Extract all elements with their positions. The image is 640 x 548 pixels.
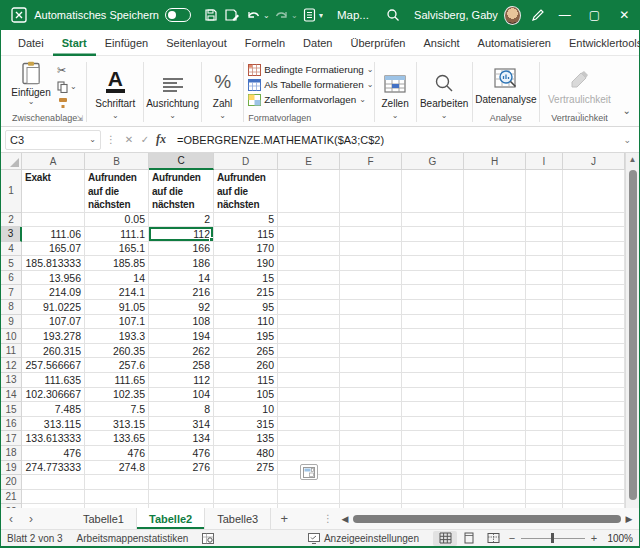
- cell-A2[interactable]: [22, 213, 85, 228]
- cell-E18[interactable]: [278, 446, 340, 461]
- cell-I19[interactable]: [526, 461, 563, 476]
- formula-bar-handle[interactable]: ⋮: [106, 134, 116, 145]
- zoom-slider[interactable]: [521, 538, 585, 539]
- cell-J19[interactable]: [563, 461, 625, 476]
- row-header-22[interactable]: 22: [1, 504, 22, 508]
- cell-J3[interactable]: [563, 227, 625, 242]
- cell-F5[interactable]: [340, 256, 402, 271]
- cell-G13[interactable]: [402, 373, 464, 388]
- cell-H12[interactable]: [464, 358, 526, 373]
- cell-J13[interactable]: [563, 373, 625, 388]
- cell-B2[interactable]: 0.05: [85, 213, 149, 228]
- display-settings-button[interactable]: Anzeigeeinstellungen: [308, 533, 419, 544]
- cell-F16[interactable]: [340, 417, 402, 432]
- cell-E12[interactable]: [278, 358, 340, 373]
- cell-F6[interactable]: [340, 271, 402, 286]
- cell-C7[interactable]: 216: [149, 285, 214, 300]
- cell-J21[interactable]: [563, 490, 625, 505]
- data-analysis-button[interactable]: [493, 62, 519, 92]
- name-box-chevron-icon[interactable]: ⌄: [89, 136, 96, 144]
- avatar[interactable]: [504, 6, 521, 25]
- tab-entwicklertools[interactable]: Entwicklertools: [560, 30, 640, 56]
- cell-A4[interactable]: 165.07: [22, 242, 85, 257]
- cell-D11[interactable]: 265: [214, 344, 278, 359]
- cell-A20[interactable]: [22, 475, 85, 490]
- cell-A1[interactable]: Exakt: [22, 170, 85, 213]
- cell-D21[interactable]: [214, 490, 278, 505]
- cell-F9[interactable]: [340, 315, 402, 330]
- enter-button[interactable]: ✓: [137, 134, 153, 145]
- save-as-icon[interactable]: [223, 6, 242, 24]
- excel-app-icon[interactable]: [9, 6, 28, 24]
- cell-H18[interactable]: [464, 446, 526, 461]
- cell-F17[interactable]: [340, 431, 402, 446]
- cell-F3[interactable]: [340, 227, 402, 242]
- cell-F7[interactable]: [340, 285, 402, 300]
- cell-E4[interactable]: [278, 242, 340, 257]
- cell-E2[interactable]: [278, 213, 340, 228]
- cell-H6[interactable]: [464, 271, 526, 286]
- column-header-C[interactable]: C: [149, 153, 214, 170]
- scroll-right-icon[interactable]: ▶: [623, 514, 635, 524]
- cell-H15[interactable]: [464, 402, 526, 417]
- cell-E9[interactable]: [278, 315, 340, 330]
- cell-I21[interactable]: [526, 490, 563, 505]
- cell-E21[interactable]: [278, 490, 340, 505]
- cell-H14[interactable]: [464, 388, 526, 403]
- group-alignment[interactable]: Ausrichtung ⌄: [144, 58, 201, 126]
- cell-A19[interactable]: 274.773333: [22, 461, 85, 476]
- cell-C10[interactable]: 194: [149, 329, 214, 344]
- column-header-B[interactable]: B: [85, 153, 149, 170]
- row-header-13[interactable]: 13: [1, 373, 22, 388]
- cell-G16[interactable]: [402, 417, 464, 432]
- group-cells[interactable]: Zellen ⌄: [375, 58, 416, 126]
- cell-B3[interactable]: 111.1: [85, 227, 149, 242]
- cell-C18[interactable]: 476: [149, 446, 214, 461]
- cell-D2[interactable]: 5: [214, 213, 278, 228]
- cell-D17[interactable]: 135: [214, 431, 278, 446]
- cell-E17[interactable]: [278, 431, 340, 446]
- cell-H5[interactable]: [464, 256, 526, 271]
- fill-handle[interactable]: [209, 237, 214, 242]
- cell-J16[interactable]: [563, 417, 625, 432]
- cell-G2[interactable]: [402, 213, 464, 228]
- autosave-toggle[interactable]: [165, 8, 191, 22]
- cell-G7[interactable]: [402, 285, 464, 300]
- cell-I1[interactable]: [526, 170, 563, 213]
- cell-I15[interactable]: [526, 402, 563, 417]
- cell-J2[interactable]: [563, 213, 625, 228]
- cell-C13[interactable]: 112: [149, 373, 214, 388]
- cell-F4[interactable]: [340, 242, 402, 257]
- cell-I8[interactable]: [526, 300, 563, 315]
- undo-icon[interactable]: [244, 6, 263, 24]
- cell-G21[interactable]: [402, 490, 464, 505]
- cell-C21[interactable]: [149, 490, 214, 505]
- minimize-button[interactable]: —: [550, 0, 580, 30]
- cell-B20[interactable]: [85, 475, 149, 490]
- cell-B1[interactable]: Aufrunden auf die nächsten: [85, 170, 149, 213]
- cell-B12[interactable]: 257.6: [85, 358, 149, 373]
- formula-bar-expand-icon[interactable]: ⌄: [619, 135, 635, 145]
- column-header-A[interactable]: A: [22, 153, 85, 170]
- cell-A5[interactable]: 185.813333: [22, 256, 85, 271]
- copy-button[interactable]: ⌄: [57, 80, 77, 93]
- cell-G22[interactable]: [402, 504, 464, 508]
- column-header-E[interactable]: E: [278, 153, 340, 170]
- cell-E6[interactable]: [278, 271, 340, 286]
- cell-C12[interactable]: 258: [149, 358, 214, 373]
- format-as-table-button[interactable]: Als Tabelle formatieren ⌄: [248, 77, 373, 92]
- user-name[interactable]: Salvisberg, Gaby: [414, 9, 498, 21]
- cell-C22[interactable]: [149, 504, 214, 508]
- cell-H2[interactable]: [464, 213, 526, 228]
- cell-B15[interactable]: 7.5: [85, 402, 149, 417]
- cancel-button[interactable]: ✕: [121, 134, 137, 145]
- cell-I7[interactable]: [526, 285, 563, 300]
- cell-C2[interactable]: 2: [149, 213, 214, 228]
- row-header-16[interactable]: 16: [1, 417, 22, 432]
- cell-G20[interactable]: [402, 475, 464, 490]
- cell-G11[interactable]: [402, 344, 464, 359]
- cell-H20[interactable]: [464, 475, 526, 490]
- insert-function-button[interactable]: fx: [153, 132, 169, 147]
- cell-F1[interactable]: [340, 170, 402, 213]
- cell-H22[interactable]: [464, 504, 526, 508]
